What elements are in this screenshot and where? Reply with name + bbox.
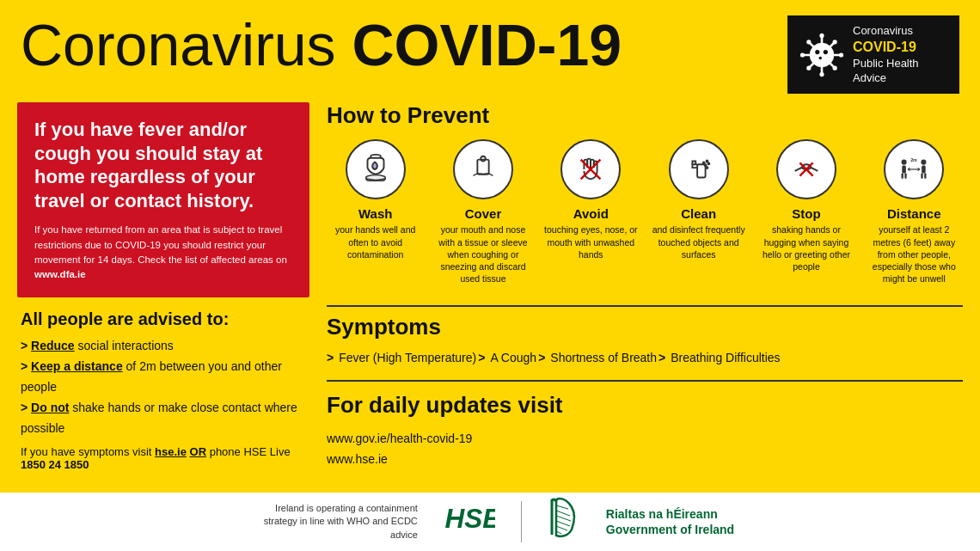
stop-desc: shaking hands or hugging when saying hel… [757, 223, 854, 272]
advice-list: Reduce social interactions Keep a distan… [21, 336, 306, 438]
prevent-cover: Cover your mouth and nose with a tissue … [434, 139, 531, 285]
distance-desc: yourself at least 2 metres (6 feet) away… [866, 223, 963, 285]
svg-point-16 [806, 65, 811, 70]
svg-line-46 [556, 521, 570, 526]
symptom-cough: > A Cough [478, 351, 536, 364]
prevent-distance: 2m Distance yourself at least 2 metres (… [866, 139, 963, 285]
right-column: How to Prevent Wash your hands well and … [327, 102, 963, 551]
stop-icon-circle [776, 139, 836, 199]
svg-line-45 [556, 516, 571, 521]
distance-icon: 2m [897, 153, 930, 186]
svg-text:2m: 2m [910, 157, 917, 162]
svg-point-15 [833, 40, 837, 44]
prevent-stop: Stop shaking hands or hugging when sayin… [757, 139, 854, 285]
svg-point-11 [800, 52, 805, 57]
daily-links: www.gov.ie/health-covid-19 www.hse.ie [327, 429, 963, 470]
svg-point-18 [824, 50, 828, 54]
bottom-bar: Ireland is operating a containment strat… [0, 493, 980, 551]
svg-rect-38 [922, 174, 923, 179]
list-item: Keep a distance of 2m between you and ot… [21, 357, 306, 398]
stop-label: Stop [792, 206, 820, 221]
prevent-clean: Clean and disinfect frequently touched o… [650, 139, 747, 285]
svg-point-32 [902, 160, 907, 165]
gov-divider [521, 501, 522, 542]
cover-icon [467, 153, 499, 186]
harp-icon [548, 497, 580, 547]
svg-point-20 [365, 175, 385, 181]
svg-point-25 [702, 162, 704, 164]
sub-warning-text: If you have returned from an area that i… [34, 223, 292, 282]
daily-section: For daily updates visit www.gov.ie/healt… [327, 392, 963, 470]
list-item: Reduce social interactions [21, 336, 306, 357]
clean-desc: and disinfect frequently touched objects… [650, 223, 747, 260]
virus-icon [799, 33, 844, 77]
symptoms-title: Symptoms [327, 314, 963, 340]
svg-point-13 [806, 40, 811, 44]
svg-point-36 [922, 160, 927, 165]
wash-icon-circle [346, 139, 406, 199]
cover-label: Cover [465, 206, 502, 221]
svg-point-17 [815, 50, 819, 54]
svg-line-44 [556, 511, 570, 516]
hse-logo: HSE [444, 501, 495, 542]
logo-text: Coronavirus COVID-19 Public Health Advic… [853, 24, 919, 85]
logo-box: Coronavirus COVID-19 Public Health Advic… [787, 15, 959, 94]
red-warning-box: If you have fever and/or cough you shoul… [17, 102, 309, 297]
page-title: Coronavirus COVID-19 [21, 15, 622, 74]
avoid-icon [574, 153, 607, 186]
svg-point-10 [819, 72, 824, 77]
daily-title: For daily updates visit [327, 392, 963, 419]
main-content: If you have fever and/or cough you shoul… [0, 102, 980, 551]
cover-icon-circle [453, 139, 513, 199]
svg-rect-35 [905, 174, 907, 179]
svg-rect-24 [697, 165, 706, 178]
wash-label: Wash [358, 206, 392, 221]
prevent-avoid: Avoid touching eyes, nose, or mouth with… [542, 139, 640, 285]
symptom-fever: > Fever (High Temperature) [327, 351, 476, 364]
svg-rect-33 [903, 166, 907, 174]
svg-rect-37 [922, 166, 926, 174]
bottom-containment-text: Ireland is operating a containment strat… [246, 502, 418, 542]
symptom-difficulties: > Breathing Difficulties [658, 351, 781, 364]
svg-point-19 [819, 56, 822, 58]
daily-link-1[interactable]: www.gov.ie/health-covid-19 [327, 429, 963, 450]
svg-point-14 [833, 65, 837, 70]
wash-icon [359, 153, 392, 186]
advice-title: All people are advised to: [21, 309, 306, 329]
left-column: If you have fever and/or cough you shoul… [17, 102, 309, 551]
svg-point-9 [819, 34, 824, 38]
symptoms-section: Symptoms > Fever (High Temperature) > A … [327, 314, 963, 364]
clean-icon [683, 153, 715, 186]
prevent-title: How to Prevent [327, 102, 963, 129]
svg-point-26 [704, 165, 706, 167]
svg-point-27 [706, 161, 707, 162]
header: Coronavirus COVID-19 [0, 0, 980, 102]
svg-point-28 [706, 168, 707, 169]
wash-desc: your hands well and often to avoid conta… [327, 223, 424, 260]
clean-icon-circle [669, 139, 729, 199]
prevent-wash: Wash your hands well and often to avoid … [327, 139, 424, 285]
harp-svg [548, 497, 580, 540]
avoid-label: Avoid [573, 206, 609, 221]
svg-text:HSE: HSE [444, 503, 495, 534]
main-warning-text: If you have fever and/or cough you shoul… [34, 118, 292, 212]
avoid-desc: touching eyes, nose, or mouth with unwas… [542, 223, 640, 260]
svg-rect-34 [902, 174, 903, 179]
svg-line-43 [556, 505, 568, 509]
distance-icon-circle: 2m [884, 139, 944, 199]
svg-line-47 [556, 526, 567, 530]
avoid-icon-circle [560, 139, 621, 199]
svg-point-29 [707, 163, 709, 165]
dfa-link[interactable]: www.dfa.ie [34, 269, 86, 279]
hse-note: If you have symptoms visit hse.ie OR pho… [21, 445, 306, 471]
svg-rect-39 [924, 174, 926, 179]
hse-logo-svg: HSE [444, 501, 495, 536]
cover-desc: your mouth and nose with a tissue or sle… [434, 223, 531, 285]
daily-link-2[interactable]: www.hse.ie [327, 450, 963, 470]
prevent-grid: Wash your hands well and often to avoid … [327, 139, 963, 285]
list-item: Do not shake hands or make close contact… [21, 398, 306, 439]
svg-point-12 [839, 52, 843, 57]
distance-label: Distance [887, 206, 941, 221]
symptoms-list: > Fever (High Temperature) > A Cough > S… [327, 351, 963, 364]
gov-ireland-text: Rialtas na hÉireann Government of Irelan… [606, 506, 734, 537]
